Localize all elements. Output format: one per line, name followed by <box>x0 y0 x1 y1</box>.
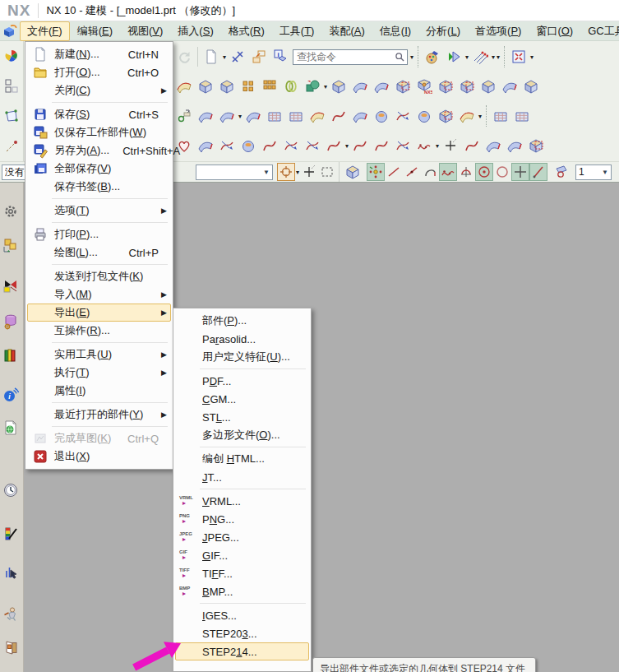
sheet-icon[interactable] <box>216 104 238 128</box>
sketchq-icon[interactable] <box>3 108 20 124</box>
cubeD-icon[interactable] <box>392 74 413 99</box>
menu-l[interactable]: 分析(L) <box>418 21 468 41</box>
menu-t[interactable]: 工具(T) <box>272 21 322 41</box>
menu-e[interactable]: 编辑(E) <box>70 21 120 41</box>
curve-icon[interactable] <box>259 133 280 158</box>
sheet-icon[interactable] <box>499 74 520 99</box>
color-wand-icon[interactable] <box>2 526 21 544</box>
export-menu-item-step214[interactable]: STEP214... <box>175 642 309 660</box>
file-menu-item-全部保存[interactable]: 全部保存(V) <box>27 160 171 178</box>
export-menu-item-用户定义特征[interactable]: 用户定义特征(U)... <box>175 348 309 366</box>
curve-icon[interactable] <box>323 133 344 158</box>
face-snap-icon[interactable] <box>551 160 572 184</box>
dropdown-arrow[interactable]: ▾ <box>497 53 500 61</box>
measure-icon[interactable] <box>173 104 195 128</box>
menu-o[interactable]: 窗口(O) <box>529 21 580 41</box>
curve2-icon[interactable] <box>280 133 302 158</box>
figure-tools-icon[interactable] <box>2 605 21 623</box>
disp2-icon[interactable] <box>248 44 270 69</box>
bool-icon[interactable] <box>302 74 323 99</box>
curve-icon[interactable] <box>461 133 483 158</box>
sphere-icon[interactable] <box>238 133 259 158</box>
export-menu-item-bmp[interactable]: BMP▸BMP... <box>175 582 309 600</box>
dropdown-arrow[interactable]: ▾ <box>296 169 299 176</box>
file-menu-item-执行[interactable]: 执行(T)▶ <box>27 364 171 382</box>
sphere-icon[interactable] <box>371 104 392 128</box>
file-menu-item-完成草图[interactable]: 完成草图(K)Ctrl+Q <box>27 429 171 447</box>
sheet-icon[interactable] <box>483 133 504 158</box>
dropdown-arrow[interactable]: ▾ <box>436 142 439 150</box>
dropdown-arrow[interactable]: ▾ <box>238 113 242 120</box>
tline2-toggle[interactable] <box>403 163 421 181</box>
file-menu-item-另存为[interactable]: 另存为(A)...Ctrl+Shift+A <box>27 141 171 160</box>
cubeD-icon[interactable] <box>435 74 456 99</box>
history-clock-icon[interactable] <box>2 482 21 500</box>
dropdown-arrow[interactable]: ▾ <box>465 53 469 61</box>
chain-icon[interactable] <box>280 74 302 99</box>
sheet2-icon[interactable] <box>173 74 195 99</box>
sheet-icon[interactable] <box>349 74 371 99</box>
export-menu-item-tiff[interactable]: TIFF▸TIFF... <box>175 564 309 582</box>
play-icon[interactable] <box>443 44 464 69</box>
selection-scope-dropdown[interactable]: ▼ <box>196 165 273 180</box>
dropdown-arrow[interactable]: ▾ <box>324 83 327 90</box>
sheet2-icon[interactable] <box>307 104 328 128</box>
file-menu-item-最近打开的部件[interactable]: 最近打开的部件(Y)▶ <box>27 406 171 424</box>
mesh-icon[interactable] <box>490 104 511 128</box>
file-menu-item-互操作[interactable]: 互操作(R)... <box>27 322 171 340</box>
export-menu-item-vrml[interactable]: VRML▸VRML... <box>175 492 309 510</box>
command-search[interactable] <box>293 49 408 65</box>
cube-icon[interactable] <box>195 74 216 99</box>
curve-icon[interactable] <box>328 104 349 128</box>
file-menu-item-退出[interactable]: 退出(X) <box>27 447 171 466</box>
fit-icon[interactable] <box>508 44 529 69</box>
palette-icon[interactable] <box>422 44 443 69</box>
file-menu-item-选项[interactable]: 选项(T)▶ <box>27 202 171 220</box>
file-menu-item-新建[interactable]: 新建(N)...Ctrl+N <box>27 45 171 63</box>
dropdown-arrow[interactable]: ▾ <box>530 53 534 61</box>
export-menu-item-pdf[interactable]: PDF... <box>175 372 309 390</box>
file-menu-item-导入[interactable]: 导入(M)▶ <box>27 285 171 304</box>
sheet-icon[interactable] <box>195 104 216 128</box>
library-books-icon[interactable] <box>2 347 21 365</box>
cube-icon[interactable] <box>216 74 238 99</box>
curve2-icon[interactable] <box>302 133 323 158</box>
file-menu-item-保存书签[interactable]: 保存书签(B)... <box>27 178 171 196</box>
assembly-boxes-icon[interactable] <box>2 238 21 256</box>
tline-toggle[interactable] <box>385 163 403 181</box>
work-layer-dropdown[interactable]: 1 ▼ <box>575 165 612 180</box>
gear-icon[interactable] <box>2 203 21 221</box>
pattern6-icon[interactable] <box>259 74 280 99</box>
sheet-icon[interactable] <box>371 74 392 99</box>
info-icon[interactable]: i <box>2 387 21 405</box>
export-menu-item-gif[interactable]: GIF▸GIF... <box>175 546 309 564</box>
file-menu-item-导出[interactable]: 导出(E)▶ <box>27 304 171 322</box>
curve-icon[interactable] <box>371 133 392 158</box>
mesh-icon[interactable] <box>511 104 533 128</box>
disp1-icon[interactable] <box>227 44 248 69</box>
mesh-icon[interactable] <box>264 104 285 128</box>
menu-i[interactable]: 信息(I) <box>372 21 418 41</box>
dropdown-arrow[interactable]: ▾ <box>223 53 226 61</box>
export-menu-item-stl[interactable]: STL... <box>175 408 309 426</box>
tslash-toggle[interactable] <box>529 163 547 181</box>
menu-a[interactable]: 装配(A) <box>321 21 372 41</box>
file-menu-item-仅保存工作部件[interactable]: 仅保存工作部件(W) <box>27 123 171 141</box>
file-menu-item-发送到打包文件[interactable]: 发送到打包文件(K) <box>27 267 171 285</box>
lineseg-icon[interactable] <box>3 138 20 155</box>
web-document-icon[interactable] <box>2 419 21 438</box>
curve2-icon[interactable] <box>392 104 413 128</box>
mesh-icon[interactable] <box>285 104 307 128</box>
export-menu-item-部件[interactable]: 部件(P)... <box>175 312 309 330</box>
file-menu-item-关闭[interactable]: 关闭(C)▶ <box>27 81 171 100</box>
file-menu-item-属性[interactable]: 属性(I) <box>27 382 171 400</box>
sheet2-icon[interactable] <box>456 104 478 128</box>
pcross-toggle[interactable] <box>300 163 318 181</box>
menu-s[interactable]: 插入(S) <box>170 21 220 41</box>
file-menu-item-绘图[interactable]: 绘图(L)...Ctrl+P <box>27 243 171 262</box>
tquad-toggle[interactable] <box>457 163 475 181</box>
menu-gc[interactable]: GC工具箱 <box>580 21 619 41</box>
pcross-icon[interactable] <box>440 133 461 158</box>
tarc-toggle[interactable] <box>421 163 439 181</box>
curve2-icon[interactable] <box>392 133 413 158</box>
